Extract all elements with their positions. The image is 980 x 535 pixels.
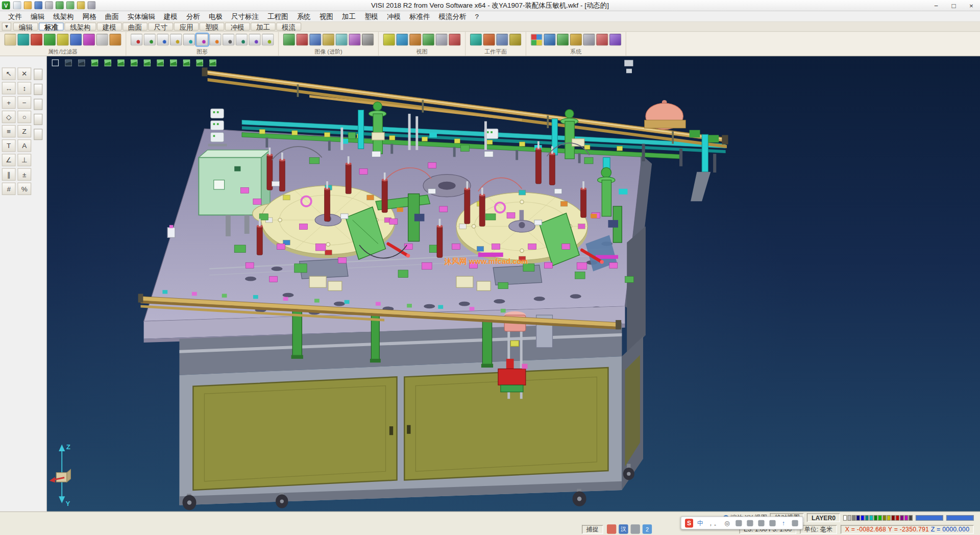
punctuation-icon[interactable]: ，。 <box>707 519 720 527</box>
tolerance-icon[interactable]: ± <box>17 168 31 180</box>
workplane-standard-icon[interactable] <box>470 34 482 45</box>
menu-item-18[interactable]: ? <box>471 12 483 20</box>
view-iso-sw-icon[interactable] <box>207 58 218 68</box>
view-top-icon[interactable] <box>89 58 101 68</box>
view-back-dark-icon[interactable] <box>76 58 87 68</box>
menu-item-10[interactable]: 工程图 <box>263 11 293 21</box>
color-swatch-0[interactable] <box>843 515 847 521</box>
undo-icon[interactable] <box>56 1 64 9</box>
refresh-view-icon[interactable] <box>449 34 460 45</box>
workplane-reset-icon[interactable] <box>509 34 521 45</box>
image-capture-icon[interactable] <box>283 34 295 45</box>
annotate-icon[interactable]: A <box>17 139 31 152</box>
view-front-dark-icon[interactable] <box>62 58 74 68</box>
menu-item-11[interactable]: 系统 <box>292 11 315 21</box>
snap-toggle-cell[interactable]: 捕捉 <box>582 525 603 533</box>
angle-tool-icon[interactable]: ∠ <box>2 154 16 166</box>
view-iso-nw-icon[interactable] <box>181 58 192 68</box>
tab-1[interactable]: 标准 <box>39 22 64 31</box>
color-swatch-11[interactable] <box>891 515 895 521</box>
workplane-3point-icon[interactable] <box>496 34 508 45</box>
shaded-edges-icon[interactable] <box>196 34 208 45</box>
zoom-tool-icon[interactable]: Z <box>17 125 31 137</box>
view-iso-se-icon[interactable] <box>194 58 206 68</box>
chinese-mode-icon[interactable]: 中 <box>696 519 704 527</box>
menu-item-5[interactable]: 实体编辑 <box>123 11 159 21</box>
clipboard-page-icon-2[interactable] <box>34 99 42 110</box>
transparency-icon[interactable] <box>170 34 182 45</box>
mask-filter-icon[interactable] <box>83 34 95 45</box>
preferences-icon[interactable] <box>583 34 595 45</box>
eraser-icon[interactable] <box>96 34 108 45</box>
circle-tool-icon[interactable]: ○ <box>17 111 31 123</box>
image-render-icon[interactable] <box>296 34 308 45</box>
delete-icon[interactable]: ✕ <box>17 67 31 80</box>
color-swatch-1[interactable] <box>847 515 851 521</box>
zoom-window-icon[interactable] <box>396 34 408 45</box>
color-swatch-5[interactable] <box>865 515 869 521</box>
maximize-button[interactable]: □ <box>945 0 962 11</box>
plugin-manager-icon[interactable] <box>596 34 608 45</box>
grid-settings-icon[interactable] <box>557 34 569 45</box>
shaded-view-icon[interactable] <box>144 34 156 45</box>
tab-0[interactable]: 编辑 <box>13 22 38 31</box>
menu-item-14[interactable]: 塑模 <box>360 11 382 21</box>
screenshot-tool-icon[interactable] <box>607 525 616 534</box>
perspective-view-icon[interactable] <box>249 34 260 45</box>
open-folder-icon[interactable] <box>24 1 32 9</box>
menu-item-3[interactable]: 网格 <box>78 11 101 21</box>
menu-item-13[interactable]: 加工 <box>337 11 360 21</box>
layer-filter-icon[interactable] <box>44 34 56 45</box>
menu-item-9[interactable]: 尺寸标注 <box>227 11 263 21</box>
print-icon[interactable] <box>45 1 53 9</box>
tab-overflow-button[interactable]: ▼ <box>2 22 11 31</box>
close-button[interactable]: × <box>963 0 980 11</box>
color-swatch-6[interactable] <box>869 515 873 521</box>
color-swatch-3[interactable] <box>856 515 860 521</box>
settings-icon[interactable] <box>87 1 95 9</box>
tab-9[interactable]: 加工 <box>251 22 276 31</box>
section-view-icon[interactable] <box>223 34 234 45</box>
menu-item-2[interactable]: 线架构 <box>49 11 79 21</box>
up-arrow-icon[interactable]: ↑ <box>779 519 788 527</box>
clipboard-page-icon-1[interactable] <box>34 84 42 95</box>
menu-item-8[interactable]: 电极 <box>204 11 227 21</box>
image-gallery-icon[interactable] <box>323 34 334 45</box>
menu-item-15[interactable]: 冲模 <box>382 11 405 21</box>
text-tool-icon[interactable]: T <box>2 139 16 152</box>
attribute-brush-icon[interactable] <box>5 34 16 45</box>
hidden-line-icon[interactable] <box>157 34 168 45</box>
display-settings-icon[interactable] <box>544 34 555 45</box>
menu-item-6[interactable]: 建模 <box>159 11 182 21</box>
highlight-brush-icon[interactable] <box>109 34 121 45</box>
add-entity-icon[interactable]: + <box>2 96 16 109</box>
tab-10[interactable]: 模流 <box>276 22 301 31</box>
subtract-entity-icon[interactable]: − <box>17 96 31 109</box>
tab-2[interactable]: 线架构 <box>64 22 96 31</box>
toolbox-icon[interactable] <box>757 519 765 527</box>
tab-8[interactable]: 冲模 <box>225 22 250 31</box>
redo-icon[interactable] <box>66 1 75 9</box>
select-arrow-icon[interactable]: ↖ <box>2 67 16 80</box>
image-adjust-icon[interactable] <box>336 34 348 45</box>
color-swatch-8[interactable] <box>878 515 881 521</box>
perpendicular-icon[interactable]: ⊥ <box>17 154 31 166</box>
render-quality-icon[interactable] <box>262 34 274 45</box>
color-swatch-10[interactable] <box>887 515 891 521</box>
color-palette-icon[interactable] <box>531 34 543 45</box>
entity-filter-icon[interactable] <box>17 34 29 45</box>
tab-6[interactable]: 应用 <box>174 22 199 31</box>
tab-7[interactable]: 塑膜 <box>200 22 225 31</box>
menu-item-4[interactable]: 曲面 <box>101 11 123 21</box>
notes-tool-icon[interactable]: 2 <box>643 525 652 534</box>
layers-icon[interactable]: ≡ <box>2 125 16 137</box>
sogou-logo-icon[interactable]: S <box>685 519 693 527</box>
viewport-3d[interactable]: 沐风网 www.mfcad.com Z Y <box>47 56 980 511</box>
pan-view-icon[interactable] <box>409 34 421 45</box>
color-swatch-9[interactable] <box>883 515 886 521</box>
skin-center-icon[interactable] <box>768 519 776 527</box>
print-queue-icon[interactable] <box>631 525 640 534</box>
menu-item-16[interactable]: 标准件 <box>405 11 434 21</box>
menu-item-1[interactable]: 编辑 <box>26 11 48 21</box>
clipboard-page-icon-3[interactable] <box>34 114 42 125</box>
